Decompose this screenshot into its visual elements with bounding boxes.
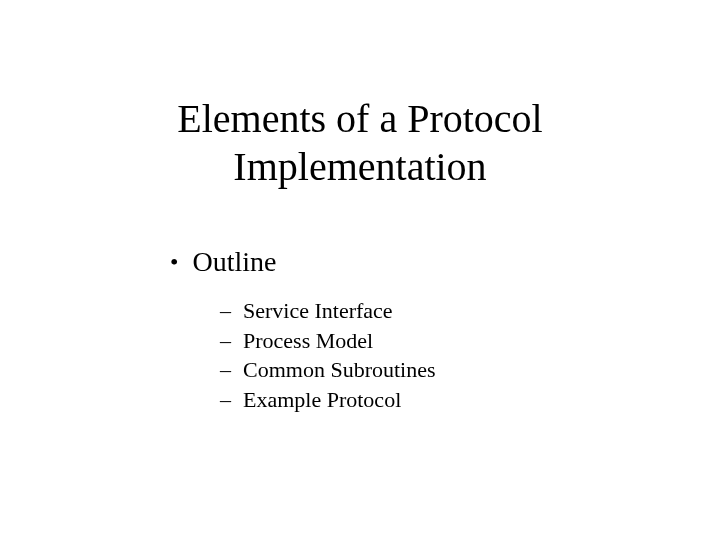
list-item: – Example Protocol: [220, 385, 720, 415]
list-item-label: Example Protocol: [243, 385, 401, 415]
dash-icon: –: [220, 326, 231, 356]
list-item-label: Process Model: [243, 326, 373, 356]
list-item-label: Common Subroutines: [243, 355, 436, 385]
list-item-label: Service Interface: [243, 296, 393, 326]
list-item: – Service Interface: [220, 296, 720, 326]
outline-heading: Outline: [192, 246, 276, 278]
dash-icon: –: [220, 296, 231, 326]
content-area: • Outline – Service Interface – Process …: [170, 246, 720, 415]
outline-heading-row: • Outline: [170, 246, 720, 278]
slide: Elements of a Protocol Implementation • …: [0, 95, 720, 540]
dash-icon: –: [220, 355, 231, 385]
list-item: – Common Subroutines: [220, 355, 720, 385]
title-line-2: Implementation: [233, 144, 486, 189]
list-item: – Process Model: [220, 326, 720, 356]
bullet-icon: •: [170, 250, 178, 274]
outline-sublist: – Service Interface – Process Model – Co…: [220, 296, 720, 415]
title-line-1: Elements of a Protocol: [177, 96, 542, 141]
dash-icon: –: [220, 385, 231, 415]
slide-title: Elements of a Protocol Implementation: [0, 95, 720, 191]
